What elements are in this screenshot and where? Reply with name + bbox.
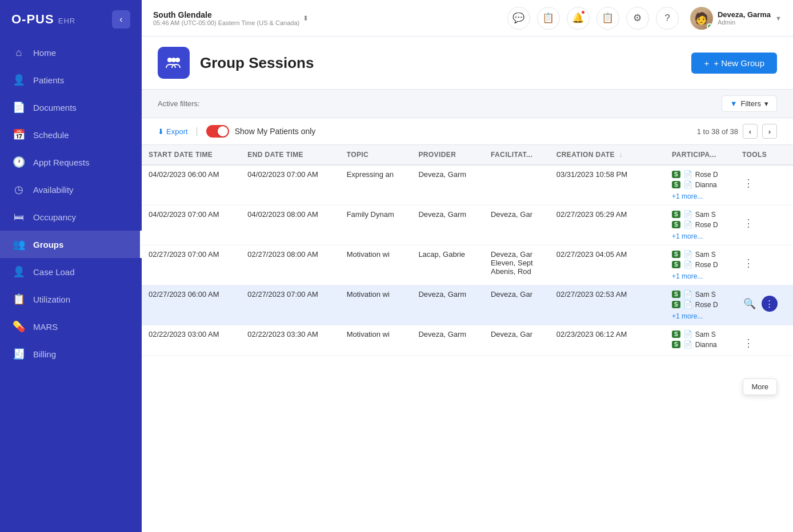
cell-start: 02/22/2023 03:00 AM [142, 325, 241, 356]
badge-s: S [672, 331, 680, 338]
tools-cell: ⋮ [742, 170, 786, 191]
toggle-label: Show My Patients only [235, 127, 316, 136]
app-name: O-PUS EHR [11, 12, 75, 27]
tasks-button[interactable]: 📋 [596, 7, 619, 30]
cell-participants: S 📄 Rose D S 📄 Dianna +1 more... [665, 165, 735, 205]
svg-point-1 [175, 58, 180, 62]
tasks-icon: 📋 [602, 12, 614, 24]
prev-page-button[interactable]: ‹ [743, 124, 758, 139]
col-start-date: START DATE TIME [142, 145, 241, 165]
tools-cell: ⋮ [742, 250, 786, 271]
sidebar-item-mars[interactable]: 💊 MARS [0, 313, 142, 340]
more-options-button[interactable]: ⋮ [742, 216, 755, 231]
col-end-date: END DATE TIME [241, 145, 339, 165]
cell-provider: Deveza, Garm [411, 285, 484, 325]
cell-provider: Deveza, Garm [411, 325, 484, 356]
participant-item: S 📄 Rose D [672, 260, 728, 269]
table-row: 02/22/2023 03:00 AM 02/22/2023 03:30 AM … [142, 325, 793, 356]
chat-button[interactable]: 💬 [507, 7, 530, 30]
back-button[interactable]: ‹ [112, 10, 130, 29]
badge-s: S [672, 211, 680, 218]
col-topic: TOPIC [340, 145, 412, 165]
more-options-button[interactable]: ⋮ [742, 256, 755, 271]
availability-icon: ◷ [13, 183, 25, 196]
more-participants-link[interactable]: +1 more... [672, 232, 728, 240]
cell-start: 02/27/2023 07:00 AM [142, 245, 241, 285]
col-spacer [649, 145, 665, 165]
table-row: 02/27/2023 06:00 AM 02/27/2023 07:00 AM … [142, 285, 793, 325]
settings-button[interactable]: ⚙ [626, 7, 649, 30]
participant-name: Sam S [695, 251, 716, 259]
sidebar-item-availability[interactable]: ◷ Availability [0, 176, 142, 203]
filters-button[interactable]: ▼ Filters ▾ [722, 95, 777, 112]
more-options-button[interactable]: ⋮ [742, 336, 755, 350]
sidebar-item-groups[interactable]: 👥 Groups [0, 231, 142, 258]
sidebar-item-schedule[interactable]: 📅 Schedule [0, 121, 142, 148]
cell-topic: Motivation wi [340, 245, 412, 285]
sidebar-label-utilization: Utilization [33, 295, 70, 304]
participant-item: S 📄 Rose D [672, 300, 728, 309]
participant-item: S 📄 Rose D [672, 170, 728, 179]
avatar: 🧑 [690, 7, 713, 30]
col-creation-date: CREATION DATE ↓ [550, 145, 649, 165]
sidebar-item-case-load[interactable]: 👤 Case Load [0, 258, 142, 285]
documents-icon: 📄 [13, 101, 25, 114]
location-expand-icon[interactable]: ⬍ [303, 14, 309, 22]
sidebar-item-appt-requests[interactable]: 🕐 Appt Requests [0, 148, 142, 176]
table-container: START DATE TIME END DATE TIME TOPIC PROV… [142, 145, 793, 532]
sidebar-item-home[interactable]: ⌂ Home [0, 39, 142, 66]
more-options-button[interactable]: ⋮ [742, 176, 755, 191]
sidebar-item-occupancy[interactable]: 🛏 Occupancy [0, 203, 142, 231]
col-facilitator: FACILITAT... [484, 145, 550, 165]
more-options-button[interactable]: ⋮ [762, 296, 778, 312]
notes-button[interactable]: 📋 [537, 7, 560, 30]
help-button[interactable]: ? [656, 7, 679, 30]
sidebar-item-utilization[interactable]: 📋 Utilization [0, 285, 142, 313]
cell-creation: 02/27/2023 05:29 AM [550, 205, 649, 245]
location-name: South Glendale [153, 10, 299, 19]
tools-cell: ⋮ [742, 210, 786, 231]
my-patients-toggle[interactable] [206, 125, 229, 138]
user-menu[interactable]: 🧑 Deveza, Garma Admin ▼ [686, 7, 782, 30]
more-participants-link[interactable]: +1 more... [672, 272, 728, 280]
cell-creation: 02/27/2023 04:05 AM [550, 245, 649, 285]
next-page-button[interactable]: › [762, 124, 777, 139]
sidebar-item-documents[interactable]: 📄 Documents [0, 94, 142, 121]
cell-topic: Motivation wi [340, 285, 412, 325]
badge-s: S [672, 301, 680, 308]
export-button[interactable]: ⬇ Export [158, 127, 188, 136]
main-content: South Glendale 05:46 AM (UTC-05:00) East… [142, 0, 793, 532]
doc-icon: 📄 [683, 250, 692, 259]
pagination: 1 to 38 of 38 ‹ › [697, 124, 777, 139]
sidebar-label-appt-requests: Appt Requests [33, 158, 89, 167]
location-time: 05:46 AM (UTC-05:00) Eastern Time (US & … [153, 19, 299, 26]
appt-requests-icon: 🕐 [13, 156, 25, 168]
more-tooltip: More [743, 378, 777, 395]
sidebar-item-patients[interactable]: 👤 Patients [0, 66, 142, 94]
participant-name: Rose D [695, 261, 718, 269]
filter-icon: ▼ [730, 99, 738, 108]
cell-end: 04/02/2023 07:00 AM [241, 165, 339, 205]
notifications-button[interactable]: 🔔 [567, 7, 590, 30]
table-row: 02/27/2023 07:00 AM 02/27/2023 08:00 AM … [142, 245, 793, 285]
cell-tools: 🔍 ⋮ [735, 285, 793, 325]
sidebar-item-billing[interactable]: 🧾 Billing [0, 340, 142, 368]
zoom-button[interactable]: 🔍 [742, 296, 757, 311]
cell-provider: Deveza, Garm [411, 165, 484, 205]
cell-tools: ⋮ [735, 325, 793, 356]
user-role: Admin [718, 19, 771, 26]
cell-tools: ⋮ [735, 165, 793, 205]
sidebar-label-occupancy: Occupancy [33, 212, 76, 222]
badge-s: S [672, 261, 680, 268]
cell-start: 04/02/2023 06:00 AM [142, 165, 241, 205]
pagination-text: 1 to 38 of 38 [697, 127, 738, 136]
new-group-button[interactable]: + + New Group [691, 53, 777, 74]
participant-item: S 📄 Sam S [672, 250, 728, 259]
more-participants-link[interactable]: +1 more... [672, 312, 728, 320]
cell-facilitator: Deveza, Gar [484, 205, 550, 245]
doc-icon: 📄 [683, 220, 692, 229]
more-participants-link[interactable]: +1 more... [672, 192, 728, 200]
participant-name: Rose D [695, 301, 718, 309]
cell-start: 02/27/2023 06:00 AM [142, 285, 241, 325]
cell-spacer [649, 245, 665, 285]
